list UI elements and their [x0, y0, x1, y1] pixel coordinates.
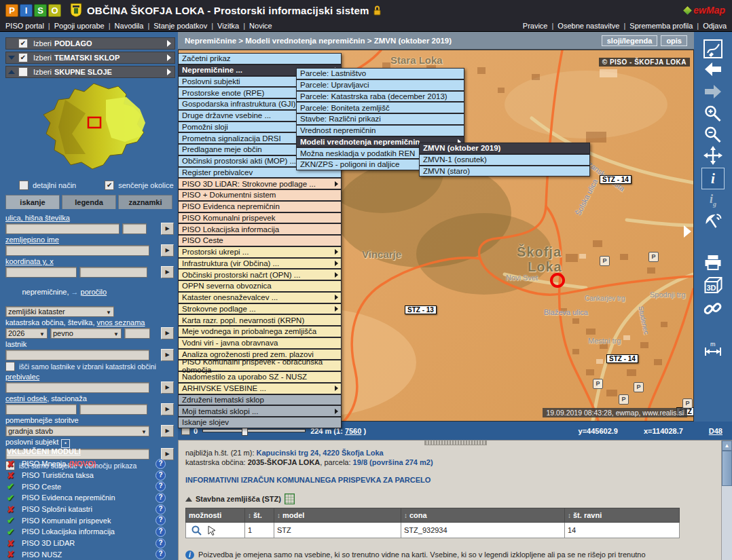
scale-link[interactable]: 7560: [345, 427, 361, 435]
datum-link[interactable]: D48: [709, 427, 722, 435]
menu-item[interactable]: Vodni viri - javna obravnava: [178, 337, 342, 349]
menu-item[interactable]: Občinski prostorski načrt (OPN) ...: [178, 269, 342, 280]
menu-item[interactable]: PISO Komunalni prispevek: [178, 212, 342, 224]
option-checkbox[interactable]: [105, 181, 114, 190]
road-section-label[interactable]: cestni odsek: [5, 394, 47, 403]
section-collapse-icon[interactable]: [185, 497, 192, 502]
help-icon[interactable]: [155, 470, 166, 481]
accordion-checkbox[interactable]: [18, 39, 28, 48]
owner-search-button[interactable]: [161, 349, 174, 361]
parcel-number-input[interactable]: [124, 328, 150, 339]
resident-input[interactable]: [5, 382, 149, 393]
menu-item[interactable]: PISO Komunalni prispevek - obračunska ob…: [178, 360, 342, 371]
coordinate-search-button[interactable]: [161, 266, 174, 278]
overview-minimap[interactable]: [38, 79, 149, 174]
resident-search-button[interactable]: [161, 381, 174, 394]
sort-icon[interactable]: [277, 511, 282, 519]
table-header-cell[interactable]: cona: [401, 508, 565, 523]
sort-icon[interactable]: [568, 511, 573, 519]
piso-logo[interactable]: PISO: [5, 4, 61, 17]
table-header-cell[interactable]: možnosti: [186, 508, 245, 523]
nav-link[interactable]: Navodila: [115, 22, 154, 30]
menu-item[interactable]: Iskanje slojev: [178, 417, 342, 428]
nav-link[interactable]: Vizitka: [217, 22, 249, 30]
table-header-cell[interactable]: model: [274, 508, 401, 523]
map-option[interactable]: senčenje okolice: [105, 181, 173, 190]
coordinate-y-input[interactable]: [5, 267, 77, 278]
street-input[interactable]: [5, 223, 120, 234]
gps-icon[interactable]: [704, 212, 722, 232]
link-icon[interactable]: [704, 299, 722, 319]
services-search-button[interactable]: [161, 425, 174, 437]
match-mode-select[interactable]: pevno: [50, 328, 122, 339]
expand-arrow-icon[interactable]: [167, 54, 171, 61]
info-g-tool-icon[interactable]: ig: [710, 192, 716, 208]
help-icon[interactable]: [155, 538, 166, 548]
menu-item[interactable]: PISO Evidenca nepremičnin: [178, 201, 342, 212]
sort-icon[interactable]: [248, 511, 253, 519]
nav-link[interactable]: PISO portal: [5, 22, 54, 30]
menu-item[interactable]: PISO Ceste: [178, 235, 342, 246]
nav-link[interactable]: Osebne nastavitve: [557, 22, 629, 30]
menu-item[interactable]: Moji tematski sklopi ...: [178, 405, 342, 417]
menu-item[interactable]: Infrastruktura (vir Občina) ...: [178, 258, 342, 269]
panel-resize-grip[interactable]: [424, 441, 487, 445]
table-row[interactable]: 1 STZ STZ_932934 14: [186, 523, 680, 538]
table-header-cell[interactable]: št.: [245, 508, 274, 523]
option-checkbox[interactable]: [19, 181, 29, 190]
help-icon[interactable]: [155, 493, 166, 503]
help-icon[interactable]: [155, 459, 166, 469]
menu-item[interactable]: Začetni prikaz: [178, 53, 342, 64]
parcel-value[interactable]: 19/8 (površina 274 m2): [353, 458, 433, 466]
scale-slider[interactable]: [202, 429, 306, 432]
threed-icon[interactable]: 3D: [703, 276, 723, 296]
module-label[interactable]: PISO Turistična taksa: [22, 471, 94, 479]
accordion-header[interactable]: IzberiSKUPNE SLOJE: [5, 66, 175, 78]
submenu-item[interactable]: ZMVN (oktober 2019): [419, 143, 590, 154]
zoom-out-icon[interactable]: [704, 126, 722, 145]
report-link[interactable]: poročilo: [81, 288, 107, 296]
module-label[interactable]: PISO Splošni katastri: [22, 505, 92, 513]
collapse-panel-arrow[interactable]: [684, 225, 691, 238]
nav-link[interactable]: Novice: [249, 22, 272, 30]
map-header-button[interactable]: sloji/legenda: [602, 35, 658, 46]
street-search-button[interactable]: [161, 223, 174, 235]
info-tool-icon[interactable]: i: [701, 168, 725, 189]
accordion-checkbox[interactable]: [18, 53, 28, 62]
road-search-button[interactable]: [161, 403, 174, 415]
menu-item[interactable]: PISO + Dokumentni sistem: [178, 189, 342, 201]
submenu-item[interactable]: Parcele: Boniteta zemljišč: [296, 102, 464, 113]
geoname-search-button[interactable]: [161, 244, 174, 257]
submenu-item[interactable]: Parcele: Lastništvo: [296, 68, 464, 79]
panel-scrollbar[interactable]: [721, 441, 732, 560]
list-entry-link[interactable]: vnos seznama: [97, 318, 145, 326]
cadastre-select[interactable]: zemljiški kataster: [5, 306, 114, 317]
module-label[interactable]: PISO NUSZ: [22, 550, 62, 559]
collapse-icon[interactable]: [8, 70, 15, 74]
help-icon[interactable]: [155, 481, 166, 491]
menu-item[interactable]: OPPN severna obvoznica: [178, 280, 342, 292]
road-section-input[interactable]: [5, 404, 77, 415]
sidebar-tab[interactable]: zaznamki: [118, 195, 172, 209]
module-label[interactable]: PISO Lokacijska informacija: [22, 527, 115, 536]
menu-item[interactable]: PISO Lokacijska informacija: [178, 223, 342, 235]
house-number-input[interactable]: [122, 223, 147, 234]
sidebar-tab[interactable]: iskanje: [5, 195, 60, 209]
submenu-item[interactable]: Vrednost nepremičnin: [296, 125, 464, 136]
table-header-cell[interactable]: št. ravni: [565, 508, 680, 523]
measure-icon[interactable]: m: [703, 341, 722, 358]
nav-link[interactable]: Stanje podatkov: [153, 22, 217, 30]
sidebar-tab[interactable]: legenda: [62, 195, 116, 209]
zoom-to-row-icon[interactable]: [191, 525, 202, 536]
nav-link[interactable]: Odjava: [703, 22, 727, 30]
sort-icon[interactable]: [404, 511, 409, 519]
menu-item[interactable]: Meje vodnega in priobalnega zemljišča: [178, 326, 342, 337]
expand-arrow-icon[interactable]: [167, 40, 171, 47]
help-icon[interactable]: [155, 504, 166, 515]
accordion-checkbox[interactable]: [18, 67, 28, 77]
nav-link[interactable]: Sprememba profila: [629, 22, 703, 30]
nearest-address-value[interactable]: Kapucinski trg 24, 4220 Škofja Loka: [257, 449, 384, 457]
submenu-item[interactable]: ZMVN (staro): [419, 166, 590, 177]
module-label[interactable]: PISO 3D LiDAR: [22, 539, 75, 547]
overview-map-icon[interactable]: [703, 39, 723, 60]
